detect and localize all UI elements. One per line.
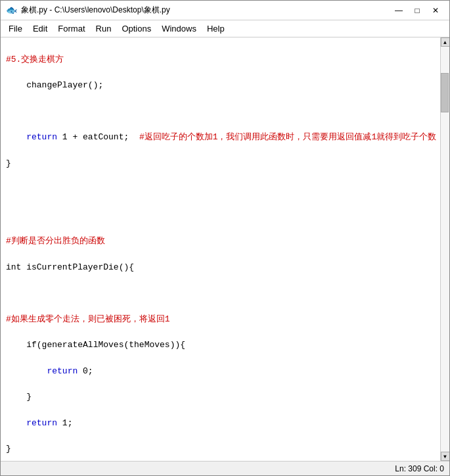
scroll-track[interactable] [441,47,449,452]
app-icon: 🐟 [6,5,17,16]
menu-format[interactable]: Format [53,20,90,37]
cursor-position: Ln: 309 Col: 0 [395,464,444,473]
menu-bar: File Edit Format Run Options Windows Hel… [1,20,449,37]
scroll-up-arrow[interactable]: ▲ [441,37,450,47]
window-title: 象棋.py - C:\Users\lenovo\Desktop\象棋.py [21,5,170,16]
maximize-button[interactable]: □ [409,4,426,17]
code-container[interactable]: #5.交换走棋方 changePlayer(); return 1 + eatC… [1,37,440,461]
title-bar: 🐟 象棋.py - C:\Users\lenovo\Desktop\象棋.py … [1,1,449,20]
menu-run[interactable]: Run [91,20,117,37]
menu-file[interactable]: File [3,20,28,37]
window-controls: — □ ✕ [390,4,444,17]
editor-area: #5.交换走棋方 changePlayer(); return 1 + eatC… [1,37,449,461]
menu-edit[interactable]: Edit [28,20,53,37]
minimize-button[interactable]: — [390,4,407,17]
code-content: #5.交换走棋方 changePlayer(); return 1 + eatC… [1,40,440,461]
title-bar-left: 🐟 象棋.py - C:\Users\lenovo\Desktop\象棋.py [6,5,170,16]
vertical-scrollbar[interactable]: ▲ ▼ [440,37,449,461]
status-bar: Ln: 309 Col: 0 [1,461,449,475]
scroll-thumb[interactable] [441,73,449,112]
scroll-down-arrow[interactable]: ▼ [441,452,450,461]
menu-help[interactable]: Help [202,20,230,37]
menu-options[interactable]: Options [116,20,156,37]
main-window: 🐟 象棋.py - C:\Users\lenovo\Desktop\象棋.py … [0,0,450,476]
menu-windows[interactable]: Windows [156,20,202,37]
close-button[interactable]: ✕ [427,4,444,17]
